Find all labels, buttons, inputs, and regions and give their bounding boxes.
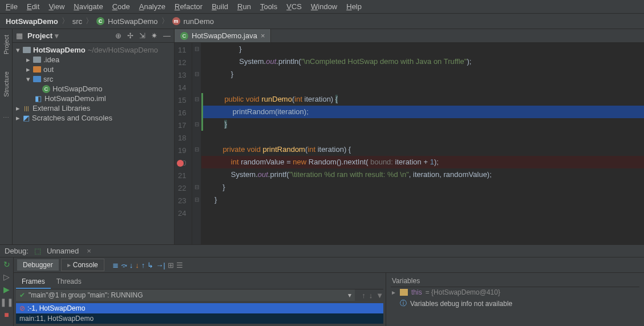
run-to-cursor-icon[interactable]: →|	[156, 261, 165, 269]
tree-class[interactable]: CHotSwapDemo	[13, 84, 174, 94]
drop-frame-icon[interactable]: ↳	[147, 261, 153, 269]
tab-debugger[interactable]: Debugger	[17, 259, 59, 271]
frame-item[interactable]: main:11, HotSwapDemo	[16, 313, 383, 324]
project-toolbar: ⊕ ✢ ⇲ ✷ —	[115, 31, 171, 40]
tree-idea[interactable]: ▸.idea	[13, 55, 174, 65]
code-line[interactable]: int randomValue = new Random().nextInt( …	[201, 156, 644, 168]
rerun-icon[interactable]: ↻	[3, 260, 10, 269]
breadcrumb-class[interactable]: HotSwapDemo	[108, 17, 157, 26]
code-line[interactable]: printRandom(iteration);	[201, 106, 644, 118]
menu-analyze[interactable]: Analyze	[139, 2, 165, 11]
frame-list[interactable]: ⊘:-1, HotSwapDemo main:11, HotSwapDemo	[16, 303, 383, 324]
project-tool-window: ▦ Project ▾ ⊕ ✢ ⇲ ✷ — ▾ HotSwapDemo ~/de…	[13, 29, 175, 244]
debug-config-name[interactable]: Unnamed	[47, 247, 79, 255]
pause-icon[interactable]: ❚❚	[0, 297, 14, 307]
editor-tab[interactable]: C HotSwapDemo.java ×	[175, 29, 271, 42]
frame-item[interactable]: ⊘:-1, HotSwapDemo	[16, 303, 383, 313]
menu-navigate[interactable]: Navigate	[74, 2, 103, 11]
resume-icon[interactable]: ▶	[3, 285, 10, 294]
step-out-icon[interactable]: ↑	[141, 261, 145, 269]
close-icon[interactable]: ×	[261, 31, 265, 40]
show-execution-icon[interactable]: ≣	[112, 261, 119, 269]
menu-refactor[interactable]: Refactor	[175, 2, 202, 11]
stop-icon[interactable]: ■	[4, 310, 9, 319]
menu-bar: FileEditViewNavigateCodeAnalyzeRefactorB…	[0, 0, 644, 14]
breadcrumb-project[interactable]: HotSwapDemo	[6, 17, 58, 26]
project-view-title[interactable]: Project ▾	[27, 31, 59, 40]
menu-view[interactable]: View	[48, 2, 64, 11]
fold-column[interactable]: ⊟⊟⊟⊟⊟⊟⊟	[192, 43, 201, 244]
side-tab-project[interactable]: Project	[3, 35, 10, 54]
menu-edit[interactable]: Edit	[27, 2, 39, 11]
close-icon[interactable]: ×	[87, 247, 91, 255]
expand-icon[interactable]: ✢	[127, 31, 133, 40]
code-line[interactable]: private void printRandom(int iteration) …	[201, 143, 644, 156]
chevron-icon: 〉	[161, 16, 169, 26]
filter-icon[interactable]: ▼	[376, 291, 383, 300]
variables-header: Variables	[391, 275, 639, 287]
code-line[interactable]: System.out.println("\nCompleted HotSwap …	[201, 55, 644, 68]
code-line[interactable]	[201, 206, 644, 219]
trace-icon[interactable]: ☰	[176, 261, 183, 269]
tree-external-libs[interactable]: ▸⫼External Libraries	[13, 103, 174, 113]
step-over-icon[interactable]: ⤼	[121, 261, 127, 269]
var-this[interactable]: ▸ this = {HotSwapDemo@410}	[391, 287, 639, 297]
class-icon: C	[42, 85, 50, 93]
menu-vcs[interactable]: VCS	[286, 2, 302, 11]
tree-root[interactable]: ▾ HotSwapDemo ~/dev/HotSwapDemo	[13, 45, 174, 55]
step-into-icon[interactable]: ↓	[129, 261, 133, 269]
var-info: ⓘ Variables debug info not available	[391, 297, 639, 309]
menu-run[interactable]: Run	[237, 2, 251, 11]
code-line[interactable]: }	[201, 68, 644, 81]
project-view-icon: ▦	[16, 31, 23, 40]
gear-icon[interactable]: ✷	[151, 31, 157, 40]
console-icon: ▸	[67, 261, 71, 269]
code-line[interactable]: System.out.printf("\titeration %d ran wi…	[201, 168, 644, 181]
debug-tool-window: Debug: ⬚ Unnamed × ↻ ▷ ▶ ❚❚ ■ Debugger ▸…	[0, 244, 644, 326]
gutter[interactable]: 1112131415161718192021222324	[175, 43, 192, 244]
code-line[interactable]	[201, 131, 644, 143]
more-icon[interactable]: ⋯	[3, 114, 9, 122]
menu-window[interactable]: Window	[311, 2, 337, 11]
editor: C HotSwapDemo.java × 1112131415161718192…	[175, 29, 644, 244]
up-icon[interactable]: ↑	[362, 291, 366, 300]
scratches-icon: ◩	[23, 114, 30, 122]
subtab-threads[interactable]: Threads	[51, 275, 87, 289]
tree-scratches[interactable]: ▸◩Scratches and Consoles	[13, 113, 174, 123]
code-line[interactable]	[201, 81, 644, 93]
menu-code[interactable]: Code	[112, 2, 130, 11]
tree-out[interactable]: ▸out	[13, 65, 174, 74]
collapse-icon[interactable]: ⇲	[139, 31, 145, 40]
class-icon: C	[180, 32, 188, 40]
menu-help[interactable]: Help	[346, 2, 362, 11]
thread-selector[interactable]: ✔ "main"@1 in group "main": RUNNING ▾	[16, 289, 355, 301]
tree-iml[interactable]: ◧HotSwapDemo.iml	[13, 94, 174, 103]
code-line[interactable]: }	[201, 194, 644, 206]
side-tab-structure[interactable]: Structure	[3, 71, 10, 97]
breadcrumb-folder[interactable]: src	[72, 17, 82, 26]
code-line[interactable]: public void runDemo(int iteration) {	[201, 93, 644, 106]
main-area: Project Structure ⋯ ▦ Project ▾ ⊕ ✢ ⇲ ✷ …	[0, 29, 644, 244]
modify-icon[interactable]: ▷	[3, 272, 10, 281]
subtab-frames[interactable]: Frames	[16, 275, 51, 289]
menu-file[interactable]: File	[6, 2, 18, 11]
force-step-into-icon[interactable]: ↓	[135, 261, 139, 269]
evaluate-icon[interactable]: ⊞	[168, 261, 174, 269]
locate-icon[interactable]: ⊕	[115, 31, 121, 40]
code-area[interactable]: 1112131415161718192021222324 ⊟⊟⊟⊟⊟⊟⊟ } S…	[175, 43, 644, 244]
code-lines[interactable]: } System.out.println("\nCompleted HotSwa…	[201, 43, 644, 244]
variables-panel: Variables ▸ this = {HotSwapDemo@410} ⓘ V…	[386, 273, 644, 326]
hide-icon[interactable]: —	[163, 31, 171, 40]
frames-subtabs: Frames Threads	[16, 275, 383, 289]
tab-console[interactable]: ▸ Console	[61, 259, 104, 271]
project-tree[interactable]: ▾ HotSwapDemo ~/dev/HotSwapDemo ▸.idea ▸…	[13, 43, 174, 125]
code-line[interactable]: }	[201, 181, 644, 194]
code-line[interactable]: }	[201, 118, 644, 131]
breadcrumb-method[interactable]: runDemo	[184, 17, 214, 26]
code-line[interactable]: }	[201, 43, 644, 55]
down-icon[interactable]: ↓	[369, 291, 373, 300]
breadcrumb: HotSwapDemo 〉 src 〉 C HotSwapDemo 〉 m ru…	[0, 14, 644, 29]
tree-src[interactable]: ▾src	[13, 74, 174, 84]
menu-build[interactable]: Build	[212, 2, 228, 11]
menu-tools[interactable]: Tools	[260, 2, 277, 11]
